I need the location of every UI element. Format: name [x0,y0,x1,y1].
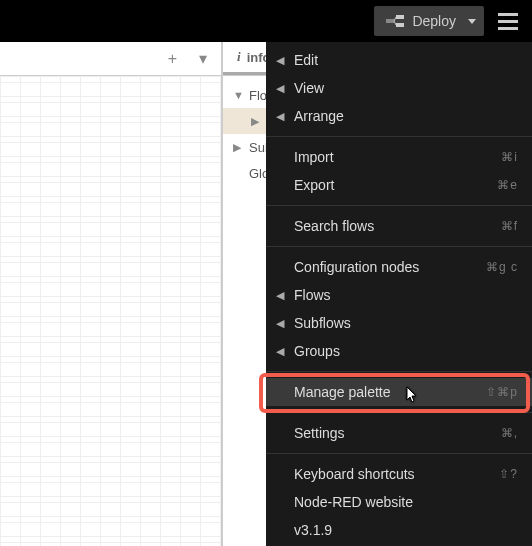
info-icon: i [237,49,241,65]
chevron-left-icon: ◀ [272,110,288,123]
menu-import[interactable]: Import ⌘i [266,143,532,171]
menu-arrange[interactable]: ◀ Arrange [266,102,532,130]
menu-separator [266,412,532,413]
svg-rect-0 [386,19,394,23]
menu-keyboard-shortcuts[interactable]: Keyboard shortcuts ⇧? [266,460,532,488]
menu-shortcut: ⌘g c [486,260,518,274]
menu-label: Flows [288,287,518,303]
menu-config-nodes[interactable]: Configuration nodes ⌘g c [266,253,532,281]
menu-groups[interactable]: ◀ Groups [266,337,532,365]
menu-label: Import [288,149,501,165]
menu-shortcut: ⌘e [497,178,518,192]
menu-view[interactable]: ◀ View [266,74,532,102]
menu-shortcut: ⌘, [501,426,518,440]
chevron-down-icon [468,19,476,24]
topbar: Deploy [0,0,532,42]
menu-edit[interactable]: ◀ Edit [266,46,532,74]
menu-label: Search flows [288,218,501,234]
chevron-left-icon: ◀ [272,345,288,358]
menu-label: v3.1.9 [288,522,518,538]
deploy-label: Deploy [412,13,456,29]
menu-label: Groups [288,343,518,359]
deploy-button[interactable]: Deploy [374,6,484,36]
chevron-left-icon: ◀ [272,82,288,95]
menu-shortcut: ⇧⌘p [486,385,518,399]
chevron-left-icon: ◀ [272,289,288,302]
chevron-left-icon: ◀ [272,54,288,67]
add-tab-button[interactable]: + [162,48,183,70]
svg-rect-2 [396,23,404,27]
menu-settings[interactable]: Settings ⌘, [266,419,532,447]
chevron-right-icon: ▶ [251,115,261,128]
main-menu: ◀ Edit ◀ View ◀ Arrange Import ⌘i Export… [266,42,532,546]
flow-canvas[interactable]: + ▾ [0,42,222,546]
svg-rect-1 [396,15,404,19]
deploy-icon [386,14,404,28]
menu-separator [266,453,532,454]
menu-label: Subflows [288,315,518,331]
menu-separator [266,371,532,372]
menu-separator [266,136,532,137]
chevron-right-icon: ▶ [233,141,243,154]
menu-label: View [288,80,518,96]
menu-label: Export [288,177,497,193]
chevron-left-icon: ◀ [272,317,288,330]
canvas-grid[interactable] [0,76,221,546]
menu-label: Node-RED website [288,494,518,510]
canvas-tabbar: + ▾ [0,42,221,76]
tab-menu-button[interactable]: ▾ [193,47,213,70]
menu-export[interactable]: Export ⌘e [266,171,532,199]
hamburger-menu-button[interactable] [494,7,522,35]
menu-label: Manage palette [288,384,486,400]
menu-manage-palette[interactable]: Manage palette ⇧⌘p [266,378,532,406]
menu-label: Configuration nodes [288,259,486,275]
menu-label: Edit [288,52,518,68]
menu-label: Arrange [288,108,518,124]
menu-separator [266,205,532,206]
menu-separator [266,246,532,247]
menu-subflows[interactable]: ◀ Subflows [266,309,532,337]
menu-flows[interactable]: ◀ Flows [266,281,532,309]
menu-label: Keyboard shortcuts [288,466,499,482]
menu-shortcut: ⇧? [499,467,518,481]
menu-shortcut: ⌘i [501,150,518,164]
chevron-down-icon: ▼ [233,89,243,101]
menu-search-flows[interactable]: Search flows ⌘f [266,212,532,240]
menu-label: Settings [288,425,501,441]
menu-shortcut: ⌘f [501,219,518,233]
menu-version: v3.1.9 [266,516,532,544]
menu-website[interactable]: Node-RED website [266,488,532,516]
